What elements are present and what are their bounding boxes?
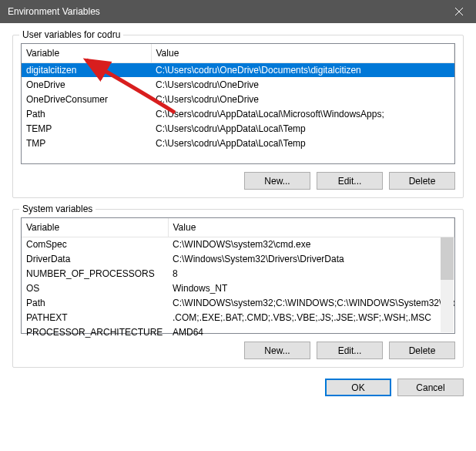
cell-variable: OneDrive [22,77,151,92]
cell-value: C:\WINDOWS\system32;C:\WINDOWS;C:\WINDOW… [168,295,454,310]
dialog-content: User variables for codru Variable Value … [0,23,476,406]
system-variables-table-wrap: Variable Value ComSpec C:\WINDOWS\system… [21,217,455,334]
close-icon [455,8,463,15]
cell-value: C:\Users\codru\OneDrive [151,77,454,92]
cell-value: C:\Windows\System32\Drivers\DriverData [168,251,454,266]
cell-value: 8 [168,266,454,281]
cell-value: Windows_NT [168,281,454,295]
cell-variable: Path [22,295,168,310]
cell-variable: OS [22,281,168,295]
cell-value: .COM;.EXE;.BAT;.CMD;.VBS;.VBE;.JS;.JSE;.… [168,310,454,325]
cell-value: C:\Users\codru\OneDrive\Documents\digita… [151,62,454,77]
table-row[interactable]: NUMBER_OF_PROCESSORS 8 [22,266,454,281]
user-variables-table-wrap: Variable Value digitalcitizen C:\Users\c… [21,43,455,164]
sys-col-value[interactable]: Value [168,218,454,237]
table-row[interactable]: PATHEXT .COM;.EXE;.BAT;.CMD;.VBS;.VBE;.J… [22,310,454,325]
user-group-label: User variables for codru [19,29,123,40]
table-row[interactable]: Path C:\WINDOWS\system32;C:\WINDOWS;C:\W… [22,295,454,310]
system-new-button[interactable]: New... [244,342,310,359]
table-row[interactable]: TEMP C:\Users\codru\AppData\Local\Temp [22,121,454,136]
table-row[interactable]: OneDrive C:\Users\codru\OneDrive [22,77,454,92]
cell-variable: Path [22,106,151,121]
window-title: Environment Variables [8,6,441,17]
cell-value: C:\Users\codru\OneDrive [151,92,454,106]
user-edit-button[interactable]: Edit... [317,172,383,190]
table-row[interactable]: ComSpec C:\WINDOWS\system32\cmd.exe [22,237,454,251]
table-row[interactable]: Path C:\Users\codru\AppData\Local\Micros… [22,106,454,121]
table-row[interactable]: OS Windows_NT [22,281,454,295]
system-edit-button[interactable]: Edit... [317,342,383,359]
user-variables-group: User variables for codru Variable Value … [12,35,464,198]
cell-value: C:\Users\codru\AppData\Local\Temp [151,121,454,136]
cell-variable: TMP [22,136,151,150]
cell-value: C:\Users\codru\AppData\Local\Microsoft\W… [151,106,454,121]
ok-button[interactable]: OK [325,379,391,396]
system-variables-table[interactable]: Variable Value ComSpec C:\WINDOWS\system… [22,218,454,339]
titlebar: Environment Variables [0,0,476,23]
system-group-label: System variables [19,204,96,214]
cell-value: C:\WINDOWS\system32\cmd.exe [168,237,454,251]
user-button-row: New... Edit... Delete [21,172,455,190]
sys-col-variable[interactable]: Variable [22,218,168,237]
system-variables-group: System variables Variable Value ComSpec … [12,209,464,368]
cell-variable: OneDriveConsumer [22,92,151,106]
system-table-scrollbar[interactable] [441,237,454,332]
system-button-row: New... Edit... Delete [21,342,455,359]
table-row[interactable]: OneDriveConsumer C:\Users\codru\OneDrive [22,92,454,106]
cancel-button[interactable]: Cancel [397,379,464,396]
cell-variable: TEMP [22,121,151,136]
cell-value: AMD64 [168,325,454,339]
cell-variable: NUMBER_OF_PROCESSORS [22,266,168,281]
user-delete-button[interactable]: Delete [389,172,455,190]
system-delete-button[interactable]: Delete [389,342,455,359]
cell-variable: PATHEXT [22,310,168,325]
table-row[interactable]: PROCESSOR_ARCHITECTURE AMD64 [22,325,454,339]
user-new-button[interactable]: New... [244,172,310,190]
dialog-footer: OK Cancel [12,379,464,396]
close-button[interactable] [441,0,476,23]
user-col-variable[interactable]: Variable [22,44,151,62]
table-row[interactable]: digitalcitizen C:\Users\codru\OneDrive\D… [22,62,454,77]
user-variables-table[interactable]: Variable Value digitalcitizen C:\Users\c… [22,44,454,150]
cell-variable: DriverData [22,251,168,266]
cell-variable: ComSpec [22,237,168,251]
cell-variable: digitalcitizen [22,62,151,77]
cell-value: C:\Users\codru\AppData\Local\Temp [151,136,454,150]
user-col-value[interactable]: Value [151,44,454,62]
table-row[interactable]: DriverData C:\Windows\System32\Drivers\D… [22,251,454,266]
cell-variable: PROCESSOR_ARCHITECTURE [22,325,168,339]
table-row[interactable]: TMP C:\Users\codru\AppData\Local\Temp [22,136,454,150]
